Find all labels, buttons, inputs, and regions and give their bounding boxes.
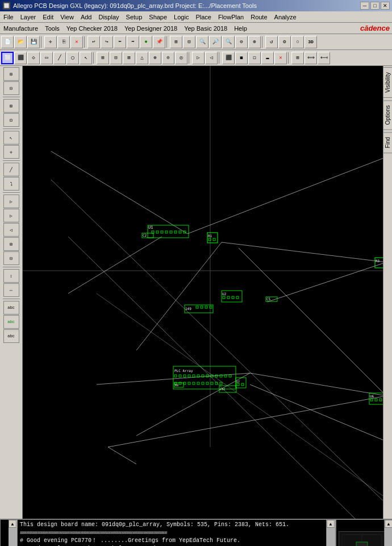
tb-back[interactable]: ⬅ [114, 36, 126, 48]
worldview-scrolltrack[interactable] [385, 528, 392, 546]
tb-fwd[interactable]: ➡ [127, 36, 139, 48]
menu-shape[interactable]: Shape [145, 13, 170, 22]
maximize-button[interactable]: □ [370, 2, 380, 10]
tb-grid1[interactable]: ⊞ [170, 36, 182, 48]
menu-yep-checker[interactable]: Yep Checker 2018 [63, 24, 121, 33]
tb2-circle2[interactable]: ◯ [66, 52, 79, 64]
tb2-sep2 [189, 52, 191, 64]
tb-zoom-out[interactable]: 🔍 [222, 36, 235, 48]
tb2-s10[interactable]: ⬛ [222, 52, 235, 64]
menu-layer[interactable]: Layer [17, 13, 40, 22]
tb-delete[interactable]: ✕ [70, 36, 83, 48]
tb2-s7[interactable]: ◎ [175, 52, 187, 64]
minimize-button[interactable]: ─ [360, 2, 369, 10]
menu-view[interactable]: View [57, 13, 77, 22]
menu-add[interactable]: Add [77, 13, 95, 22]
tb2-rect3[interactable]: ▭ [40, 52, 53, 64]
tb2-line[interactable]: ╱ [53, 52, 66, 64]
worldview-scroll-up[interactable]: ▲ [385, 520, 392, 528]
side-btn-3[interactable]: ⊠ [3, 99, 19, 113]
tb-pin[interactable]: 📌 [153, 36, 165, 48]
side-sep-1 [3, 97, 20, 97]
console-vscrolltrack[interactable] [327, 528, 335, 546]
tb2-s2[interactable]: ⊟ [110, 52, 122, 64]
side-btn-6[interactable]: ✛ [3, 145, 19, 159]
tb-open[interactable]: 📂 [14, 36, 27, 48]
console-v-scroll-up[interactable]: ▲ [327, 520, 335, 528]
tb-zoom-next[interactable]: ⊕ [248, 36, 261, 48]
tb2-s4[interactable]: △ [136, 52, 148, 64]
side-btn-4[interactable]: ⊡ [3, 113, 19, 127]
tb-undo[interactable]: ↩ [87, 36, 100, 48]
tb-green-circle[interactable]: ● [140, 36, 152, 48]
tb2-s1[interactable]: ⊞ [97, 52, 109, 64]
tb2-s15[interactable]: ⊞ [291, 52, 304, 64]
menu-yep-basic[interactable]: Yep Basic 2018 [181, 24, 231, 33]
tab-visibility[interactable]: Visibility [383, 67, 392, 98]
side-btn-abc1[interactable]: abc [3, 301, 19, 315]
tb2-poly[interactable]: ◇ [27, 52, 40, 64]
side-btn-12[interactable]: ⊞ [3, 237, 19, 251]
menu-flowplan[interactable]: FlowPlan [215, 13, 247, 22]
menu-yep-designer[interactable]: Yep Designer 2018 [121, 24, 181, 33]
menu-place[interactable]: Place [192, 13, 215, 22]
tb2-s6[interactable]: ⊙ [162, 52, 174, 64]
tb2-s12[interactable]: ◻ [248, 52, 261, 64]
tb-settings[interactable]: ⚙ [278, 36, 291, 48]
tb-new[interactable]: 📄 [1, 36, 14, 48]
side-btn-2[interactable]: ⊟ [3, 81, 19, 95]
tb-copy[interactable]: ⎘ [57, 36, 70, 48]
menu-help[interactable]: Help [231, 24, 251, 33]
menu-display[interactable]: Display [95, 13, 122, 22]
side-btn-1[interactable]: ⊞ [3, 67, 19, 81]
tb2-s9[interactable]: ◁ [205, 52, 218, 64]
tb2-rect2[interactable]: ⬛ [14, 52, 27, 64]
tb-grid2[interactable]: ⊟ [183, 36, 195, 48]
side-btn-10[interactable]: ▷ [3, 209, 19, 222]
side-btn-13[interactable]: ⊟ [3, 251, 19, 265]
menu-setup[interactable]: Setup [123, 13, 146, 22]
tb2-s3[interactable]: ⊠ [123, 52, 135, 64]
tb2-s5[interactable]: ⊕ [149, 52, 161, 64]
tb-cross[interactable]: ✛ [44, 36, 57, 48]
tb-zoom-in[interactable]: 🔎 [209, 36, 222, 48]
canvas-area[interactable]: U1 R1 C2 [23, 66, 383, 519]
menu-logic[interactable]: Logic [170, 13, 192, 22]
menu-file[interactable]: File [0, 13, 17, 22]
side-btn-15[interactable]: ↔ [3, 283, 19, 297]
tb-3d[interactable]: 3D [305, 36, 317, 48]
tb2-s14[interactable]: ✕ [274, 52, 287, 64]
menu-manufacture[interactable]: Manufacture [0, 24, 41, 33]
tb-refresh[interactable]: ↺ [265, 36, 278, 48]
side-btn-7[interactable]: ╱ [3, 163, 19, 176]
tb2-measure[interactable]: ⟺ [305, 52, 317, 64]
tab-find[interactable]: Find [383, 132, 392, 153]
tab-options[interactable]: Options [383, 100, 392, 130]
tb-save[interactable]: 💾 [27, 36, 40, 48]
side-btn-11[interactable]: ◁ [3, 223, 19, 237]
tb-redo[interactable]: ↪ [101, 36, 113, 48]
menu-analyze[interactable]: Analyze [271, 13, 300, 22]
menu-route[interactable]: Route [247, 13, 270, 22]
side-btn-5[interactable]: ↖ [3, 131, 19, 144]
menu-tools[interactable]: Tools [41, 24, 63, 33]
console-scrolltrack[interactable] [9, 528, 17, 546]
tb2-s13[interactable]: ▬ [261, 52, 274, 64]
menu-edit[interactable]: Edit [39, 13, 57, 22]
side-btn-abc2[interactable]: abc [3, 315, 19, 329]
side-btn-8[interactable]: ⤵ [3, 177, 19, 191]
tb2-cursor[interactable]: ↖ [80, 52, 92, 64]
minimap[interactable] [339, 531, 384, 546]
tb-zoom-fit[interactable]: 🔍 [196, 36, 208, 48]
side-btn-abc3[interactable]: abc [3, 329, 19, 343]
tb2-s11[interactable]: ◼ [235, 52, 248, 64]
side-btn-14[interactable]: ↕ [3, 269, 19, 283]
tb-circle[interactable]: ○ [291, 36, 304, 48]
side-btn-9[interactable]: ▷ [3, 195, 19, 208]
close-button[interactable]: ✕ [381, 2, 390, 10]
tb2-measure2[interactable]: ⟻ [318, 52, 330, 64]
tb2-s8[interactable]: ▷ [192, 52, 205, 64]
tb2-rect-sel[interactable]: ⬜ [1, 52, 14, 64]
tb-zoom-prev[interactable]: ⊖ [235, 36, 248, 48]
console-scroll-up[interactable]: ▲ [9, 520, 16, 528]
